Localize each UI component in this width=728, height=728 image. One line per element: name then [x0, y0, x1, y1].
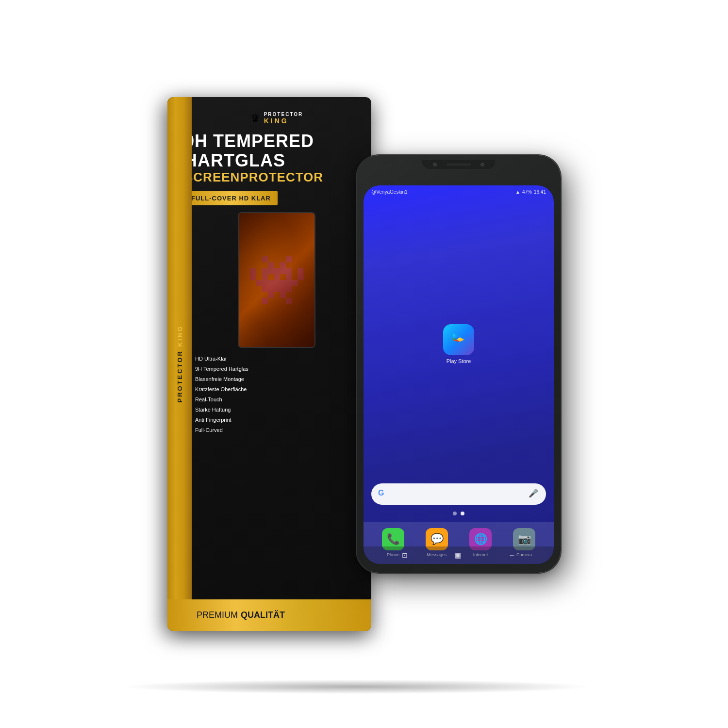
box-title: 9H TEMPERED HARTGLAS SCREENPROTECTOR: [184, 132, 369, 185]
page-indicators: [364, 512, 554, 515]
nav-back-button[interactable]: ←: [509, 551, 515, 559]
brand-logo: ♛ PROTECTOR KING: [250, 112, 303, 125]
box-side-strip: PROTECTOR KING: [167, 97, 192, 631]
premium-label: PREMIUM: [197, 610, 238, 620]
signal-icon: ▲: [515, 189, 520, 195]
feature-haftung: ✦ Starke Haftung: [184, 406, 369, 414]
home-screen: Play Store G 🎤: [364, 185, 554, 564]
box-content: ♛ PROTECTOR KING 9H TEMPERED HARTGLAS SC…: [184, 112, 369, 631]
app-icon-area: Play Store: [364, 185, 554, 483]
box-title-line1: 9H TEMPERED: [184, 132, 369, 151]
feature-text-hd: HD Ultra-Klar: [195, 356, 227, 362]
status-time: 16:41: [534, 189, 546, 195]
mic-icon: 🎤: [529, 489, 539, 499]
product-box: PROTECTOR KING ♛ PROTECTOR KING 9H TEMPE…: [167, 97, 371, 631]
box-phone-image: [238, 212, 315, 348]
front-camera: [433, 163, 437, 166]
feature-kratz: ✦ Kratzfeste Oberfläche: [184, 385, 369, 393]
google-logo: G: [378, 489, 389, 499]
google-search-bar[interactable]: G 🎤: [371, 483, 546, 505]
badge-text: FULL-COVER HD KLAR: [191, 195, 271, 202]
features-list: ✦ HD Ultra-Klar ✦ 9H Tempered Hartglas ✦…: [184, 355, 369, 434]
feature-blasen: ✦ Blasenfreie Montage: [184, 375, 369, 383]
product-scene: PROTECTOR KING ♛ PROTECTOR KING 9H TEMPE…: [97, 49, 631, 679]
play-store-icon[interactable]: [443, 324, 474, 355]
brand-protector: PROTECTOR: [264, 112, 303, 117]
feature-fingerprint: ✦ Anti Fingerprint: [184, 416, 369, 424]
feature-curved: ✦ Full-Curved: [184, 426, 369, 434]
status-bar: @VenyaGeskin1 ▲ 47% 16:41: [364, 185, 554, 197]
feature-text-blasen: Blasenfreie Montage: [195, 376, 244, 382]
earpiece-speaker: [447, 164, 471, 165]
box-title-line3: SCREENPROTECTOR: [184, 170, 369, 185]
box-side-label: PROTECTOR KING: [176, 325, 183, 403]
front-sensor: [480, 163, 484, 166]
page-dot-1: [453, 512, 457, 515]
feature-text-realtouch: Real-Touch: [195, 397, 222, 402]
feature-tempered: ✦ 9H Tempered Hartglas: [184, 365, 369, 373]
box-bottom-bar: PREMIUM QUALITÄT: [167, 599, 371, 631]
feature-text-haftung: Starke Haftung: [195, 407, 231, 413]
feature-hd: ✦ HD Ultra-Klar: [184, 355, 369, 363]
status-right: ▲ 47% 16:41: [515, 189, 546, 195]
phone-notch: [422, 160, 495, 169]
feature-text-kratz: Kratzfeste Oberfläche: [195, 386, 247, 392]
feature-realtouch: ✦ Real-Touch: [184, 396, 369, 403]
feature-text-tempered: 9H Tempered Hartglas: [195, 366, 248, 372]
gold-badge: FULL-COVER HD KLAR: [184, 191, 278, 205]
phone-body: @VenyaGeskin1 ▲ 47% 16:41: [357, 155, 561, 573]
navigation-bar: ⊡ ▣ ←: [364, 546, 554, 564]
search-bar-area: G 🎤: [364, 483, 554, 512]
feature-text-curved: Full-Curved: [195, 427, 223, 433]
box-title-line2: HARTGLAS: [184, 151, 369, 170]
brand-king: KING: [264, 117, 289, 125]
phone-device: @VenyaGeskin1 ▲ 47% 16:41: [357, 155, 561, 573]
logo-text: PROTECTOR KING: [264, 112, 303, 125]
crown-icon: ♛: [250, 112, 260, 125]
nav-home-button[interactable]: ⊡: [402, 551, 408, 559]
qualitat-label: QUALITÄT: [241, 610, 285, 620]
status-username: @VenyaGeskin1: [371, 189, 408, 195]
nav-recents-button[interactable]: ▣: [455, 551, 461, 559]
scene-shadow: [121, 679, 592, 694]
battery-percent: 47%: [522, 189, 532, 195]
page-dot-2: [461, 512, 464, 515]
play-store-label: Play Store: [447, 358, 471, 364]
phone-screen: @VenyaGeskin1 ▲ 47% 16:41: [364, 185, 554, 564]
feature-text-fingerprint: Anti Fingerprint: [195, 417, 232, 423]
